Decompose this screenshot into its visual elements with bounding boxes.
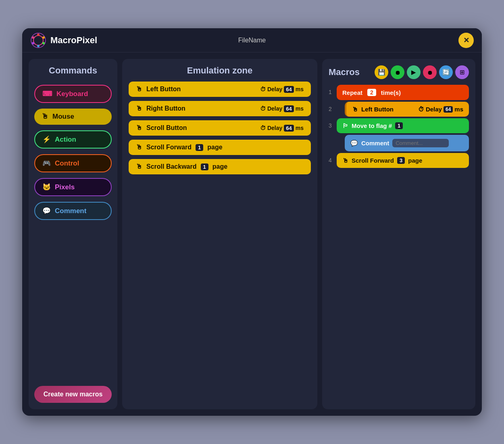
svg-point-7 [32,36,34,39]
pixels-icon: 🐱 [42,183,51,191]
emu-scroll-forward[interactable]: 🖱 Scroll Forward 1 page [129,140,311,155]
main-content: Commands ⌨ Keyboard 🖱 Mouse ⚡ Action 🎮 C… [22,52,482,416]
scroll-value[interactable]: 3 [397,157,405,164]
file-name: FileName [238,37,266,44]
macro-row-num-3: 3 [329,118,337,133]
macro-mouse-icon: 🖱 [352,106,358,113]
flag-icon: 🏳 [342,122,348,129]
emu-mouse-icon-5: 🖱 [136,163,142,170]
emu-mouse-icon-3: 🖱 [136,124,142,132]
control-button[interactable]: 🎮 Control [34,154,112,172]
delay-value-2: 64 [284,105,294,112]
svg-point-6 [32,42,34,44]
clock-icon-3: ⏱ [260,125,266,131]
loop-macro-button[interactable]: 🔄 [439,65,453,79]
record-macro-button[interactable]: ⏺ [391,65,404,79]
macro-items-list: 1 Repeat 2 time(s) 2 🖱 Left Button ⏱ [329,85,469,170]
mouse-button[interactable]: 🖱 Mouse [34,109,112,125]
delay-value: 64 [284,86,294,93]
grid-macro-button[interactable]: ⊞ [455,65,469,79]
emu-scroll-backward[interactable]: 🖱 Scroll Backward 1 page [129,159,311,174]
mouse-icon: 🖱 [42,113,48,121]
close-button[interactable]: ✕ [458,33,474,48]
macro-row-3: 3 🏳 Move to flag # 1 [329,118,469,133]
play-macro-button[interactable]: ▶ [407,65,421,79]
macro-row-1: 1 Repeat 2 time(s) [329,85,469,100]
svg-point-5 [37,45,40,47]
page-value: 1 [196,144,203,151]
save-macro-button[interactable]: 💾 [375,65,388,79]
logo-area: MacroPixel [30,32,97,48]
macro-row-4: 4 🖱 Scroll Forward 3 page [329,153,469,168]
macro-row-num-1: 1 [329,85,337,100]
keyboard-button[interactable]: ⌨ Keyboard [34,85,112,103]
svg-point-4 [42,42,45,44]
macro-comment-block[interactable]: 💬 Comment [345,135,469,151]
comment-button[interactable]: 💬 Comment [34,202,112,220]
macro-clock-icon: ⏱ [418,106,424,113]
macro-left-button-block[interactable]: 🖱 Left Button ⏱ Delay 64 ms [345,102,469,117]
macro-toolbar: 💾 ⏺ ▶ ⏺ 🔄 ⊞ [375,65,469,79]
comment-bubble-icon: 💬 [350,140,358,147]
svg-point-3 [42,36,45,39]
macro-repeat-block[interactable]: Repeat 2 time(s) [337,85,469,100]
action-button[interactable]: ⚡ Action [34,130,112,149]
emulation-panel: Emulation zone 🖱 Left Button ⏱ Delay 64 … [122,59,317,409]
flag-value[interactable]: 1 [395,122,403,129]
macros-header: Macros 💾 ⏺ ▶ ⏺ 🔄 ⊞ [329,65,469,79]
delay-badge-3: ⏱ Delay 64 ms [260,125,304,132]
comment-icon: 💬 [42,207,51,215]
macro-delay-value: 64 [444,106,453,113]
macro-move-to-flag-block[interactable]: 🏳 Move to flag # 1 [337,118,469,133]
macro-row-2: 2 🖱 Left Button ⏱ Delay 64 ms [329,102,469,117]
logo-icon [30,32,46,48]
emu-right-button[interactable]: 🖱 Right Button ⏱ Delay 64 ms [129,101,311,116]
app-window: MacroPixel FileName ✕ Commands ⌨ Keyboar… [22,28,482,416]
clock-icon: ⏱ [260,86,266,92]
delay-badge: ⏱ Delay 64 ms [260,86,304,93]
page-value-2: 1 [201,163,208,170]
macro-row-num-4: 4 [329,153,337,168]
delay-badge-2: ⏱ Delay 64 ms [260,105,304,112]
control-icon: 🎮 [42,159,51,168]
emulation-items: 🖱 Left Button ⏱ Delay 64 ms 🖱 Right Butt… [129,82,311,174]
svg-point-2 [37,34,40,36]
commands-panel: Commands ⌨ Keyboard 🖱 Mouse ⚡ Action 🎮 C… [29,59,117,409]
macro-row-comment: 💬 Comment [329,135,469,151]
macro-delay-area: ⏱ Delay 64 ms [418,106,463,113]
macro-row-num-2: 2 [329,102,337,117]
clock-icon-2: ⏱ [260,105,266,112]
macro-scroll-forward-block[interactable]: 🖱 Scroll Forward 3 page [337,153,469,168]
pixels-button[interactable]: 🐱 Pixels [34,178,112,196]
action-icon: ⚡ [42,135,51,144]
stop-macro-button[interactable]: ⏺ [423,65,437,79]
emulation-title: Emulation zone [129,65,311,76]
macros-title: Macros [329,67,371,77]
comment-input-field[interactable] [392,139,449,147]
emu-scroll-button[interactable]: 🖱 Scroll Button ⏱ Delay 64 ms [129,120,311,136]
commands-title: Commands [34,65,112,76]
macros-panel: Macros 💾 ⏺ ▶ ⏺ 🔄 ⊞ 1 Repeat 2 [322,59,475,409]
macro-row-num-comment [329,135,337,151]
macro-mouse-icon-2: 🖱 [342,157,348,164]
emu-left-button[interactable]: 🖱 Left Button ⏱ Delay 64 ms [129,82,311,97]
repeat-value[interactable]: 2 [367,89,376,96]
emu-mouse-icon-2: 🖱 [136,105,142,112]
delay-value-3: 64 [284,125,294,132]
emu-mouse-icon-4: 🖱 [136,144,142,151]
create-macros-button[interactable]: Create new macros [34,386,112,403]
title-bar: MacroPixel FileName ✕ [22,28,482,52]
keyboard-icon: ⌨ [42,90,52,98]
app-title: MacroPixel [50,35,97,46]
emu-mouse-icon: 🖱 [136,86,142,93]
